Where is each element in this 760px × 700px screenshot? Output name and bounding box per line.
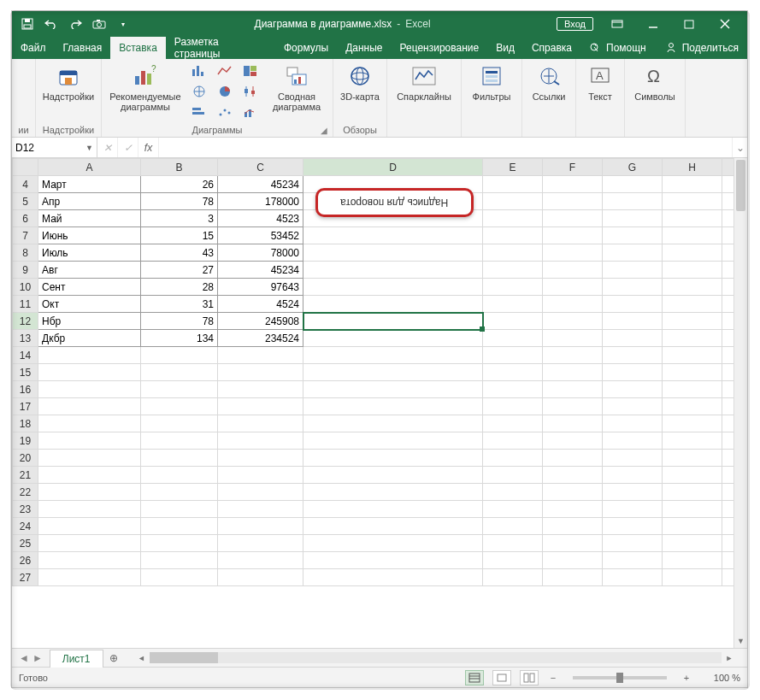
cell-G10[interactable] (603, 279, 663, 296)
cell-A13[interactable]: Дкбр (38, 330, 141, 347)
cell-E5[interactable] (483, 193, 543, 210)
fx-icon[interactable]: fx (138, 138, 159, 157)
tab-вставка[interactable]: Вставка (110, 37, 166, 59)
cell-F13[interactable] (543, 330, 603, 347)
cell-B13[interactable]: 134 (141, 330, 218, 347)
cell-B11[interactable]: 31 (141, 296, 218, 313)
row-header-5[interactable]: 5 (13, 193, 38, 210)
row-header-17[interactable]: 17 (13, 398, 38, 415)
row-header-9[interactable]: 9 (13, 262, 38, 279)
cell-G20[interactable] (603, 450, 663, 467)
cell-G4[interactable] (603, 176, 663, 193)
cell-D7[interactable] (303, 227, 483, 244)
cell-C18[interactable] (218, 415, 303, 432)
cell-C13[interactable]: 234524 (218, 330, 303, 347)
cell-B20[interactable] (141, 450, 218, 467)
cell-G26[interactable] (603, 552, 663, 569)
symbols-button[interactable]: Ω Символы (630, 62, 680, 102)
cell-H23[interactable] (663, 501, 722, 518)
row-header-18[interactable]: 18 (13, 415, 38, 432)
cell-E12[interactable] (483, 313, 543, 330)
tab-главная[interactable]: Главная (55, 37, 111, 59)
cell-C20[interactable] (218, 450, 303, 467)
cell-H25[interactable] (663, 535, 722, 552)
cell-G18[interactable] (603, 415, 663, 432)
cell-F7[interactable] (543, 227, 603, 244)
cell-H10[interactable] (663, 279, 722, 296)
recommended-charts-button[interactable]: ? Рекомендуемые диаграммы (107, 62, 184, 112)
signin-button[interactable]: Вход (557, 17, 593, 31)
cell-C24[interactable] (218, 518, 303, 535)
cell-B4[interactable]: 26 (141, 176, 218, 193)
row-header-26[interactable]: 26 (13, 552, 38, 569)
zoom-in-button[interactable]: + (680, 673, 692, 683)
cell-H16[interactable] (663, 381, 722, 398)
cell-C14[interactable] (218, 347, 303, 364)
cell-H11[interactable] (663, 296, 722, 313)
cell-G27[interactable] (603, 569, 663, 586)
cell-C27[interactable] (218, 569, 303, 586)
rotated-textbox-shape[interactable]: Надпись для поворота (315, 188, 474, 217)
zoom-out-button[interactable]: − (547, 673, 559, 683)
hscroll-thumb[interactable] (150, 652, 218, 663)
new-sheet-button[interactable]: ⊕ (103, 649, 124, 667)
cell-H8[interactable] (663, 244, 722, 262)
cell-D11[interactable] (303, 296, 483, 313)
row-header-14[interactable]: 14 (13, 347, 38, 364)
cell-C11[interactable]: 4524 (218, 296, 303, 313)
name-box[interactable]: D12 ▼ (12, 138, 97, 157)
cell-C6[interactable]: 4523 (218, 210, 303, 227)
formula-expand-icon[interactable]: ⌄ (732, 138, 747, 157)
cell-H14[interactable] (663, 347, 722, 364)
pivot-chart-button[interactable]: Сводная диаграмма (266, 62, 327, 112)
cell-H9[interactable] (663, 262, 722, 279)
map-chart-icon[interactable] (189, 83, 209, 100)
cell-E21[interactable] (483, 467, 543, 484)
cell-E7[interactable] (483, 227, 543, 244)
treemap-icon[interactable] (240, 62, 261, 79)
cell-H19[interactable] (663, 432, 722, 450)
cell-E11[interactable] (483, 296, 543, 313)
cell-B25[interactable] (141, 535, 218, 552)
cell-F4[interactable] (543, 176, 603, 193)
cell-E13[interactable] (483, 330, 543, 347)
namebox-dropdown-icon[interactable]: ▼ (85, 144, 93, 152)
cell-H18[interactable] (663, 415, 722, 432)
row-header-13[interactable]: 13 (13, 330, 38, 347)
cell-E25[interactable] (483, 535, 543, 552)
cell-C25[interactable] (218, 535, 303, 552)
cell-D12[interactable] (303, 313, 483, 330)
cell-A23[interactable] (38, 501, 141, 518)
col-header-A[interactable]: A (38, 159, 141, 176)
cell-C4[interactable]: 45234 (218, 176, 303, 193)
horizontal-scrollbar[interactable]: ◄ ► (150, 649, 747, 667)
row-header-11[interactable]: 11 (13, 296, 38, 313)
vertical-scrollbar[interactable]: ▼ (733, 158, 747, 648)
cell-G12[interactable] (603, 313, 663, 330)
cell-F21[interactable] (543, 467, 603, 484)
cell-F16[interactable] (543, 381, 603, 398)
cell-B14[interactable] (141, 347, 218, 364)
hscroll-right-icon[interactable]: ► (723, 649, 735, 667)
cell-F11[interactable] (543, 296, 603, 313)
page-layout-view-button[interactable] (492, 670, 511, 685)
cell-E6[interactable] (483, 210, 543, 227)
col-header-F[interactable]: F (543, 159, 603, 176)
cell-H17[interactable] (663, 398, 722, 415)
row-header-20[interactable]: 20 (13, 450, 38, 467)
cell-C23[interactable] (218, 501, 303, 518)
cell-B16[interactable] (141, 381, 218, 398)
tell-me-icon[interactable] (589, 42, 601, 54)
cell-A7[interactable]: Июнь (38, 227, 141, 244)
cell-D8[interactable] (303, 244, 483, 262)
cell-H4[interactable] (663, 176, 722, 193)
cell-D15[interactable] (303, 364, 483, 381)
cell-G21[interactable] (603, 467, 663, 484)
cell-A16[interactable] (38, 381, 141, 398)
cell-G6[interactable] (603, 210, 663, 227)
cell-A21[interactable] (38, 467, 141, 484)
cell-H21[interactable] (663, 467, 722, 484)
cell-F22[interactable] (543, 484, 603, 501)
cell-B21[interactable] (141, 467, 218, 484)
cell-D24[interactable] (303, 518, 483, 535)
